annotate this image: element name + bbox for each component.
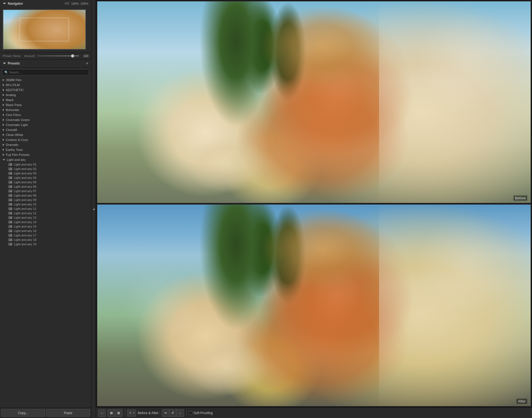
compare-btn2[interactable]: ⇵ xyxy=(169,409,177,417)
preset-group-14[interactable]: Earthy Tone xyxy=(0,147,91,152)
preset-group-5[interactable]: Black Paris xyxy=(0,102,91,107)
paste-button[interactable]: Paste xyxy=(46,409,90,417)
preset-sub-item-13[interactable]: Light and airy 14 xyxy=(0,220,91,224)
add-preset-button[interactable]: + xyxy=(86,61,88,66)
amount-slider[interactable] xyxy=(37,56,79,56)
preset-group-3[interactable]: Analog xyxy=(0,92,91,97)
split-view-btn2[interactable]: ▦ xyxy=(115,409,122,417)
preset-thumbnail-icon xyxy=(8,190,12,192)
main-layout: Navigator FIT 100% 200% Preset: None Amo… xyxy=(0,0,532,418)
navigator-thumbnail[interactable] xyxy=(3,9,86,50)
preset-sub-item-15[interactable]: Light and airy 16 xyxy=(0,229,91,233)
preset-group-15[interactable]: Fuji Film Presets xyxy=(0,152,91,157)
preset-group-16[interactable]: Light and airy xyxy=(0,157,91,162)
preset-sub-item-2[interactable]: Light and airy 03 xyxy=(0,171,91,176)
preset-group-1[interactable]: 80's FILM xyxy=(0,82,91,87)
preset-group-6[interactable]: Bohovibe xyxy=(0,107,91,112)
preset-sub-label: Light and airy 19 xyxy=(14,242,36,246)
presets-triangle xyxy=(3,63,6,64)
preset-sub-item-9[interactable]: Light and airy 10 xyxy=(0,202,91,207)
preset-sub-item-10[interactable]: Light and airy 11 xyxy=(0,207,91,211)
preset-group-label: Cine Filmx xyxy=(6,113,21,117)
preset-sub-item-6[interactable]: Light and airy 07 xyxy=(0,189,91,193)
preset-sub-label: Light and airy 14 xyxy=(14,220,36,224)
preset-sub-item-8[interactable]: Light and airy 09 xyxy=(0,198,91,202)
soft-proofing-label: Soft Proofing xyxy=(193,411,213,415)
search-container: 🔍 xyxy=(2,69,89,75)
split-view-btn1[interactable]: ▦ xyxy=(108,409,115,417)
compare-btn1[interactable]: ⇋ xyxy=(162,409,169,417)
zoom-100-btn[interactable]: 100% xyxy=(71,2,79,5)
preset-sub-label: Light and airy 04 xyxy=(14,176,36,179)
presets-list: 35MM Film80's FILMAESTHETICAnalogBlackBl… xyxy=(0,77,91,407)
preset-sub-item-7[interactable]: Light and airy 08 xyxy=(0,193,91,198)
preset-sub-label: Light and airy 10 xyxy=(14,203,36,206)
preset-thumbnail-icon xyxy=(8,216,12,219)
preset-group-label: Earthy Tone xyxy=(6,148,23,151)
copy-button[interactable]: Copy... xyxy=(1,409,45,417)
compare-btn-group: ⇋ ⇵ ↕ xyxy=(162,409,184,417)
single-view-btn[interactable]: □ xyxy=(98,409,106,417)
amount-value: 100 xyxy=(81,54,88,58)
preset-group-triangle xyxy=(3,89,4,91)
zoom-fit-btn[interactable]: FIT xyxy=(65,2,70,5)
preset-group-9[interactable]: Cinematic Light xyxy=(0,122,91,127)
preset-sub-item-12[interactable]: Light and airy 13 xyxy=(0,215,91,220)
preset-sub-item-0[interactable]: Light and airy 01 xyxy=(0,162,91,167)
collapse-arrow-icon: ◀ xyxy=(93,208,95,211)
preset-sub-item-14[interactable]: Light and airy 15 xyxy=(0,224,91,229)
compare-btn3[interactable]: ↕ xyxy=(177,409,184,417)
preset-sub-item-3[interactable]: Light and airy 04 xyxy=(0,176,91,180)
navigator-header[interactable]: Navigator FIT 100% 200% xyxy=(0,0,91,7)
preset-group-triangle xyxy=(3,149,4,151)
preset-group-4[interactable]: Black xyxy=(0,97,91,102)
preset-group-2[interactable]: AESTHETIC xyxy=(0,87,91,92)
view-select-container: Y ▼ xyxy=(127,409,136,417)
before-buildings-overlay xyxy=(379,1,531,203)
after-image xyxy=(97,205,531,406)
preset-sub-item-16[interactable]: Light and airy 17 xyxy=(0,233,91,238)
bottom-bar-left: Copy... Paste xyxy=(0,407,91,418)
preset-group-13[interactable]: Dramatic xyxy=(0,142,91,147)
preset-thumbnail-icon xyxy=(8,163,12,166)
preset-thumbnail-icon xyxy=(8,203,12,206)
preset-group-triangle xyxy=(3,114,4,116)
toolbar-divider-2 xyxy=(186,410,186,416)
preset-group-0[interactable]: 35MM Film xyxy=(0,78,91,82)
preset-sub-label: Light and airy 12 xyxy=(14,211,36,215)
split-view-group: ▦ ▦ xyxy=(108,409,122,417)
preset-group-triangle xyxy=(3,94,4,96)
preset-sub-item-5[interactable]: Light and airy 06 xyxy=(0,184,91,189)
preset-sub-label: Light and airy 09 xyxy=(14,198,36,202)
before-after-label: Before & After : xyxy=(138,411,160,415)
collapse-panel-tab[interactable]: ◀ xyxy=(91,0,96,418)
preset-group-7[interactable]: Cine Filmx xyxy=(0,112,91,117)
preset-thumbnail-icon xyxy=(8,167,12,170)
preset-group-triangle xyxy=(3,139,4,141)
before-dogs-overlay xyxy=(184,122,271,193)
search-input[interactable] xyxy=(2,69,89,75)
before-pane: Before xyxy=(97,1,531,203)
preset-group-11[interactable]: Clean White xyxy=(0,132,91,137)
navigator-section: Navigator FIT 100% 200% xyxy=(0,0,91,53)
zoom-200-btn[interactable]: 200% xyxy=(81,2,88,5)
preset-sub-item-1[interactable]: Light and airy 02 xyxy=(0,167,91,171)
preset-group-triangle xyxy=(3,119,4,121)
presets-header[interactable]: Presets + xyxy=(0,60,91,68)
preset-group-8[interactable]: Cinematic Green xyxy=(0,117,91,122)
preset-sub-item-17[interactable]: Light and airy 18 xyxy=(0,238,91,242)
preset-group-triangle xyxy=(3,124,4,126)
preset-group-10[interactable]: Cinestill xyxy=(0,127,91,132)
preset-group-12[interactable]: Creamy & Cozy xyxy=(0,137,91,142)
preset-group-label: Clean White xyxy=(6,133,23,136)
preset-sub-item-18[interactable]: Light and airy 19 xyxy=(0,242,91,246)
view-select[interactable]: Y xyxy=(127,409,136,417)
preset-thumbnail-icon xyxy=(8,212,12,215)
navigator-triangle xyxy=(3,3,6,4)
preset-sub-item-11[interactable]: Light and airy 12 xyxy=(0,211,91,215)
preset-group-label: Black Paris xyxy=(6,103,22,107)
soft-proofing-toggle[interactable]: Soft Proofing xyxy=(189,411,213,415)
preset-group-label: Creamy & Cozy xyxy=(6,138,28,141)
preset-sub-item-4[interactable]: Light and airy 05 xyxy=(0,180,91,184)
preset-sub-label: Light and airy 16 xyxy=(14,229,36,233)
